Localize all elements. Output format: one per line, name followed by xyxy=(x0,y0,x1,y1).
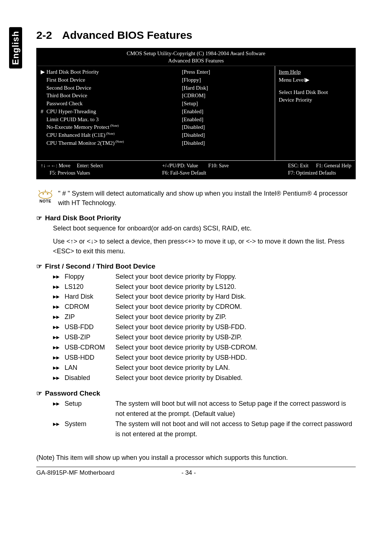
bios-item-value: [Disabled] xyxy=(182,131,271,139)
bios-key-optimized: F7: Optimized Defaults xyxy=(288,170,336,176)
bios-help-desc: Select Hard Disk Boot xyxy=(279,89,351,97)
bullet-icon: ▸▸ xyxy=(53,419,61,440)
password-option-text: The system will boot but will not access… xyxy=(115,399,356,419)
boot-option-label: ZIP xyxy=(65,312,112,322)
password-option: ▸▸SetupThe system will boot but will not… xyxy=(53,399,356,419)
boot-option-text: Select your boot device priority by Hard… xyxy=(115,292,356,302)
svg-point-1 xyxy=(42,193,44,195)
boot-option: ▸▸CDROMSelect your boot device priority … xyxy=(53,302,356,312)
boot-option: ▸▸FloppySelect your boot device priority… xyxy=(53,272,356,282)
hard-disk-boot-priority-section: ☞Hard Disk Boot Priority Select boot seq… xyxy=(36,214,356,255)
bios-item-name: Password Check xyxy=(41,100,175,108)
boot-option-text: Select your boot device priority by USB-… xyxy=(115,322,356,332)
bios-key-save: F10: Save xyxy=(208,163,229,168)
bios-help-pane: Item Help Menu Level▶ Select Hard Disk B… xyxy=(275,66,355,160)
note-icon: NOTE xyxy=(36,189,54,203)
hdbp-p2: Use <↑> or <↓> to select a device, then … xyxy=(53,237,356,255)
bios-header-line2: Advanced BIOS Features xyxy=(37,57,355,65)
boot-option-label: USB-CDROM xyxy=(65,343,112,353)
boot-option-text: Select your boot device priority by USB-… xyxy=(115,353,356,363)
bios-item-name: Second Boot Device xyxy=(41,84,175,92)
boot-option-label: Floppy xyxy=(65,272,112,282)
bullet-icon: ▸▸ xyxy=(53,282,61,292)
boot-option-text: Select your boot device priority by Disa… xyxy=(115,373,356,383)
bullet-icon: ▸▸ xyxy=(53,302,61,312)
boot-option-text: Select your boot device priority by USB-… xyxy=(115,332,356,343)
bios-item-name: First Boot Device xyxy=(41,76,175,84)
note-text: " # " System will detect automatically a… xyxy=(58,189,356,208)
boot-device-section: ☞First / Second / Third Boot Device ▸▸Fl… xyxy=(36,262,356,383)
bios-item-name: Limit CPUID Max. to 3 xyxy=(41,116,175,124)
bios-item-name: ▶Hard Disk Boot Priority xyxy=(41,68,175,76)
bios-item-value: [Hard Disk] xyxy=(182,84,271,92)
pwd-title: Password Check xyxy=(45,389,100,397)
bios-key-exit: ESC: Exit xyxy=(288,163,308,168)
section-heading: 2-2Advanced BIOS Features xyxy=(36,29,356,41)
password-check-section: ☞Password Check ▸▸SetupThe system will b… xyxy=(36,389,356,440)
boot-option: ▸▸LS120Select your boot device priority … xyxy=(53,282,356,292)
bios-item-value: [Floppy] xyxy=(182,76,271,84)
boot-option: ▸▸USB-FDDSelect your boot device priorit… xyxy=(53,322,356,332)
boot-option-label: USB-HDD xyxy=(65,353,112,363)
hand-icon: ☞ xyxy=(36,262,42,270)
bios-item-value: [Enabled] xyxy=(182,108,271,116)
bios-key-move: ↑↓→←: Move xyxy=(41,163,70,168)
footer-model: GA-8I915P-MF Motherboard xyxy=(36,469,181,477)
boot-option: ▸▸Hard DiskSelect your boot device prior… xyxy=(53,292,356,302)
hdbp-title: Hard Disk Boot Priority xyxy=(45,214,121,222)
bios-item-value: [Disabled] xyxy=(182,123,271,131)
boot-option-label: LAN xyxy=(65,363,112,373)
bios-header-line1: CMOS Setup Utility-Copyright (C) 1984-20… xyxy=(37,50,355,57)
language-tab: English xyxy=(9,27,22,69)
bullet-icon: ▸▸ xyxy=(53,332,61,343)
boot-option-text: Select your boot device priority by ZIP. xyxy=(115,312,356,322)
page-footer: GA-8I915P-MF Motherboard - 34 - xyxy=(36,467,356,477)
bullet-icon: ▸▸ xyxy=(53,373,61,383)
boot-option: ▸▸ZIPSelect your boot device priority by… xyxy=(53,312,356,322)
boot-option-text: Select your boot device priority by CDRO… xyxy=(115,302,356,312)
bios-key-failsafe: F6: Fail-Save Default xyxy=(162,170,206,176)
boot-option: ▸▸USB-HDDSelect your boot device priorit… xyxy=(53,353,356,363)
bios-header: CMOS Setup Utility-Copyright (C) 1984-20… xyxy=(37,49,355,66)
bios-key-prev: F5: Previous Values xyxy=(50,170,90,176)
bios-help-menu-level: Menu Level▶ xyxy=(279,76,351,84)
hand-icon: ☞ xyxy=(36,214,42,222)
bios-item-name: Third Boot Device xyxy=(41,92,175,100)
boot-option-label: LS120 xyxy=(65,282,112,292)
bios-item-name: #CPU Hyper-Threading xyxy=(41,108,175,116)
hdbp-p1: Select boot sequence for onboard(or add-… xyxy=(53,224,356,233)
bullet-icon: ▸▸ xyxy=(53,399,61,419)
boot-option-label: USB-ZIP xyxy=(65,332,112,343)
boot-title: First / Second / Third Boot Device xyxy=(45,262,155,270)
password-option-label: System xyxy=(65,419,112,440)
hand-icon: ☞ xyxy=(36,389,42,397)
bios-item-name: No-Execute Memory Protect (Note) xyxy=(41,123,175,131)
bios-item-value: [Disabled] xyxy=(182,139,271,147)
bios-key-select: Enter: Select xyxy=(77,163,103,168)
footnote: (Note) This item will show up when you i… xyxy=(36,454,356,462)
bios-help-label: Item Help xyxy=(279,68,351,76)
boot-option: ▸▸USB-CDROMSelect your boot device prior… xyxy=(53,343,356,353)
section-title-text: Advanced BIOS Features xyxy=(62,29,192,41)
bullet-icon: ▸▸ xyxy=(53,353,61,363)
boot-option-label: USB-FDD xyxy=(65,322,112,332)
bios-key-help: F1: General Help xyxy=(316,163,351,168)
boot-option-label: Hard Disk xyxy=(65,292,112,302)
boot-option: ▸▸USB-ZIPSelect your boot device priorit… xyxy=(53,332,356,343)
bullet-icon: ▸▸ xyxy=(53,343,61,353)
bios-item-value: [Setup] xyxy=(182,100,271,108)
password-option-label: Setup xyxy=(65,399,112,419)
svg-point-2 xyxy=(47,193,48,195)
bios-item-name: CPU Thermal Monitor 2(TM2) (Note) xyxy=(41,139,175,147)
bios-key-value: +/-/PU/PD: Value xyxy=(162,163,198,168)
bios-item-value: [Press Enter] xyxy=(182,68,271,76)
bios-screenshot: CMOS Setup Utility-Copyright (C) 1984-20… xyxy=(36,48,356,179)
bios-footer: ↑↓→←: Move Enter: Select F5: Previous Va… xyxy=(37,160,355,179)
bios-items-pane: ▶Hard Disk Boot PriorityFirst Boot Devic… xyxy=(37,66,275,160)
bios-item-name: CPU Enhanced Halt (C1E) (Note) xyxy=(41,131,175,139)
bullet-icon: ▸▸ xyxy=(53,312,61,322)
boot-option-label: CDROM xyxy=(65,302,112,312)
footer-page-number: - 34 - xyxy=(181,469,211,477)
boot-option-text: Select your boot device priority by LAN. xyxy=(115,363,356,373)
boot-option-text: Select your boot device priority by Flop… xyxy=(115,272,356,282)
